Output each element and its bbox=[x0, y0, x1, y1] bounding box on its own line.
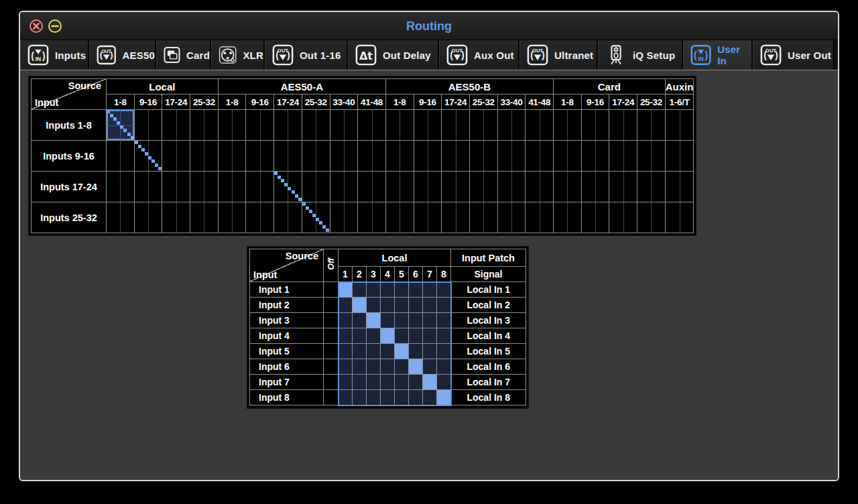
patch-cell[interactable] bbox=[367, 344, 381, 359]
patch-cell[interactable] bbox=[339, 390, 353, 405]
patch-cell[interactable] bbox=[409, 282, 423, 298]
patch-cell[interactable] bbox=[395, 313, 409, 328]
routing-cell[interactable] bbox=[637, 110, 666, 141]
tab-out-1-16[interactable]: ( ) OUT Out 1-16 bbox=[265, 40, 348, 70]
routing-cell[interactable] bbox=[385, 141, 414, 172]
patch-cell[interactable] bbox=[381, 298, 395, 313]
patch-cell[interactable] bbox=[437, 359, 451, 375]
tab-ultranet[interactable]: ( ) OUT Ultranet bbox=[519, 40, 598, 70]
routing-cell[interactable] bbox=[385, 172, 414, 202]
routing-cell[interactable] bbox=[469, 141, 497, 172]
routing-cell[interactable] bbox=[665, 202, 694, 233]
patch-cell[interactable] bbox=[367, 313, 381, 328]
routing-cell[interactable] bbox=[246, 110, 274, 141]
tab-user-out[interactable]: ( ) OUT User Out bbox=[753, 40, 835, 70]
patch-cell[interactable] bbox=[353, 375, 367, 390]
routing-cell[interactable] bbox=[274, 110, 302, 141]
routing-cell[interactable] bbox=[414, 141, 442, 172]
routing-cell[interactable] bbox=[134, 172, 162, 202]
patch-cell[interactable] bbox=[395, 282, 409, 298]
patch-cell[interactable] bbox=[367, 390, 381, 405]
routing-cell[interactable] bbox=[107, 141, 135, 172]
patch-cell[interactable] bbox=[423, 328, 437, 344]
routing-cell[interactable] bbox=[497, 202, 526, 233]
patch-cell[interactable] bbox=[437, 390, 451, 405]
patch-cell[interactable] bbox=[339, 328, 353, 344]
routing-cell[interactable] bbox=[162, 202, 190, 233]
routing-cell[interactable] bbox=[246, 172, 274, 202]
patch-cell[interactable] bbox=[409, 313, 423, 328]
routing-cell[interactable] bbox=[665, 141, 694, 172]
routing-cell[interactable] bbox=[469, 110, 497, 141]
patch-cell[interactable] bbox=[437, 282, 451, 298]
routing-cell[interactable] bbox=[665, 110, 694, 141]
off-cell[interactable] bbox=[324, 390, 339, 405]
tab-card[interactable]: Card bbox=[156, 40, 211, 70]
routing-cell[interactable] bbox=[497, 141, 526, 172]
patch-cell[interactable] bbox=[423, 313, 437, 328]
off-cell[interactable] bbox=[324, 328, 339, 344]
patch-cell[interactable] bbox=[367, 328, 381, 344]
patch-cell[interactable] bbox=[381, 359, 395, 375]
routing-cell[interactable] bbox=[526, 110, 554, 141]
patch-cell[interactable] bbox=[353, 282, 367, 298]
routing-cell[interactable] bbox=[581, 172, 609, 202]
patch-cell[interactable] bbox=[409, 359, 423, 375]
patch-cell[interactable] bbox=[353, 328, 367, 344]
routing-cell[interactable] bbox=[302, 202, 330, 233]
routing-cell[interactable] bbox=[246, 141, 274, 172]
routing-cell[interactable] bbox=[302, 172, 330, 202]
patch-cell[interactable] bbox=[409, 390, 423, 405]
patch-cell[interactable] bbox=[367, 359, 381, 375]
routing-cell[interactable] bbox=[330, 202, 358, 233]
routing-cell[interactable] bbox=[358, 110, 386, 141]
routing-cell[interactable] bbox=[414, 172, 442, 202]
routing-cell[interactable] bbox=[581, 110, 609, 141]
routing-cell[interactable] bbox=[162, 172, 190, 202]
routing-cell[interactable] bbox=[469, 202, 497, 233]
routing-cell[interactable] bbox=[442, 172, 470, 202]
patch-cell[interactable] bbox=[409, 298, 423, 313]
routing-cell[interactable] bbox=[414, 110, 442, 141]
routing-cell[interactable] bbox=[190, 172, 219, 202]
routing-cell[interactable] bbox=[581, 202, 609, 233]
patch-cell[interactable] bbox=[381, 328, 395, 344]
routing-cell[interactable] bbox=[190, 141, 219, 172]
off-cell[interactable] bbox=[324, 282, 339, 298]
tab-xlr[interactable]: XLR bbox=[211, 40, 265, 70]
patch-cell[interactable] bbox=[353, 298, 367, 313]
tab-iq-setup[interactable]: iQ Setup bbox=[598, 40, 683, 70]
routing-cell[interactable] bbox=[442, 110, 470, 141]
patch-cell[interactable] bbox=[381, 313, 395, 328]
patch-cell[interactable] bbox=[409, 375, 423, 390]
routing-cell[interactable] bbox=[665, 172, 694, 202]
routing-cell[interactable] bbox=[497, 110, 526, 141]
patch-cell[interactable] bbox=[409, 344, 423, 359]
routing-cell[interactable] bbox=[107, 202, 135, 233]
patch-cell[interactable] bbox=[339, 298, 353, 313]
patch-cell[interactable] bbox=[367, 375, 381, 390]
tab-aes50[interactable]: ( ) OUT AES50 bbox=[89, 40, 156, 70]
patch-cell[interactable] bbox=[381, 390, 395, 405]
patch-cell[interactable] bbox=[423, 344, 437, 359]
patch-cell[interactable] bbox=[423, 298, 437, 313]
routing-cell[interactable] bbox=[385, 110, 414, 141]
tab-aux-out[interactable]: ( ) OUT Aux Out bbox=[439, 40, 519, 70]
routing-cell[interactable] bbox=[107, 172, 135, 202]
routing-cell[interactable] bbox=[497, 172, 526, 202]
routing-cell[interactable] bbox=[526, 172, 554, 202]
routing-cell[interactable] bbox=[637, 202, 666, 233]
routing-cell[interactable] bbox=[442, 202, 470, 233]
patch-cell[interactable] bbox=[395, 375, 409, 390]
routing-cell[interactable] bbox=[554, 202, 582, 233]
routing-cell[interactable] bbox=[526, 141, 554, 172]
patch-cell[interactable] bbox=[381, 282, 395, 298]
off-cell[interactable] bbox=[324, 344, 339, 359]
tab-user-in[interactable]: ( ) INUser In bbox=[683, 40, 753, 70]
routing-cell[interactable] bbox=[330, 110, 358, 141]
routing-cell[interactable] bbox=[554, 172, 582, 202]
patch-cell[interactable] bbox=[339, 344, 353, 359]
routing-cell[interactable] bbox=[554, 141, 582, 172]
routing-cell[interactable] bbox=[330, 172, 358, 202]
patch-cell[interactable] bbox=[395, 359, 409, 375]
